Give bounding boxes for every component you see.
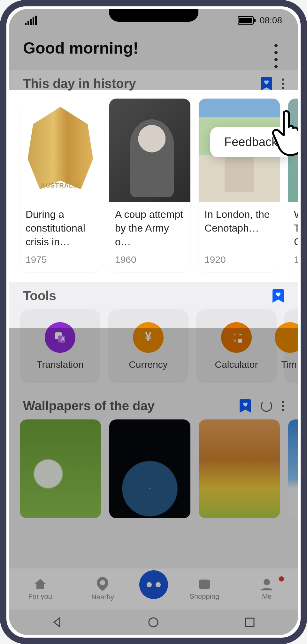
phone-frame: 08:08 Good morning! This day in history — [0, 0, 307, 644]
svg-text:×: × — [233, 337, 237, 344]
calculator-icon: +−× — [221, 322, 252, 353]
history-card-title: W Tl C — [294, 208, 298, 250]
user-icon — [260, 578, 273, 590]
time-icon — [275, 322, 298, 353]
shopping-bag-icon — [198, 578, 211, 590]
wallpaper-card[interactable] — [199, 419, 280, 518]
bookmark-heart-icon[interactable] — [261, 77, 272, 91]
history-card-title: In London, the Cenotaph… — [204, 208, 274, 250]
svg-rect-7 — [254, 19, 256, 22]
tab-center-button[interactable] — [139, 570, 168, 599]
wallpapers-title: Wallpapers of the day — [23, 399, 155, 413]
history-card-year: 1960 — [115, 254, 185, 265]
tab-label: Me — [262, 592, 272, 601]
system-nav-bar — [9, 610, 298, 635]
tab-shopping[interactable]: Shopping — [178, 578, 230, 601]
status-time: 08:08 — [260, 15, 282, 26]
tool-calculator[interactable]: +−× Calculator — [196, 309, 277, 383]
translation-icon: A — [45, 322, 75, 353]
tab-label: For you — [28, 592, 52, 601]
history-card-image — [109, 99, 190, 202]
battery-icon — [238, 16, 256, 25]
svg-point-17 — [264, 579, 270, 585]
svg-rect-1 — [27, 21, 29, 25]
history-card-year: 1920 — [204, 254, 274, 265]
recent-button[interactable] — [243, 615, 257, 629]
wallpapers-more-icon[interactable] — [282, 401, 284, 411]
tools-title: Tools — [23, 289, 56, 303]
app-panel: 08:08 Good morning! This day in history — [9, 9, 298, 635]
wallpapers-header: Wallpapers of the day — [9, 392, 298, 418]
tool-translation[interactable]: A Translation — [20, 309, 100, 383]
greeting-title: Good morning! — [23, 39, 138, 57]
svg-rect-16 — [199, 580, 210, 589]
tool-label: Currency — [129, 359, 168, 370]
history-title: This day in history — [23, 77, 136, 91]
svg-text:A: A — [61, 336, 65, 342]
phone-screen: 08:08 Good morning! This day in history — [9, 9, 298, 635]
svg-rect-19 — [246, 618, 254, 626]
signal-icon — [25, 16, 38, 25]
tab-nearby[interactable]: Nearby — [77, 577, 129, 601]
history-card-year: 18 — [294, 254, 298, 265]
bookmark-heart-icon[interactable] — [272, 289, 284, 303]
tools-header: Tools — [9, 282, 298, 307]
back-button[interactable] — [50, 615, 64, 629]
greeting-header: Good morning! — [9, 31, 298, 70]
currency-icon: ¥ — [133, 322, 164, 353]
tab-label: Nearby — [91, 593, 114, 601]
history-card[interactable]: A coup attempt by the Army o… 1960 — [109, 99, 190, 272]
history-card-year: 1975 — [26, 254, 95, 265]
tools-row[interactable]: A Translation ¥ Currency +−× Calculator — [9, 307, 298, 392]
svg-text:¥: ¥ — [145, 330, 151, 343]
svg-rect-15 — [238, 339, 242, 343]
phone-notch — [109, 9, 198, 22]
tab-me[interactable]: Me — [241, 578, 293, 601]
wallpaper-card[interactable] — [20, 419, 101, 518]
wallpaper-card[interactable] — [288, 419, 298, 518]
hand-pointer-icon — [271, 108, 298, 157]
history-card[interactable]: In London, the Cenotaph… 1920 — [199, 99, 280, 272]
svg-rect-4 — [35, 16, 37, 25]
feedback-label: Feedback — [224, 135, 278, 149]
history-card-title: A coup attempt by the Army o… — [115, 208, 185, 250]
bookmark-heart-icon[interactable] — [240, 399, 251, 413]
notification-dot-icon — [279, 576, 284, 581]
home-button[interactable] — [146, 615, 160, 629]
svg-rect-0 — [25, 23, 27, 25]
tool-label: Tim — [281, 359, 297, 370]
wallpapers-row[interactable] — [9, 418, 298, 531]
svg-rect-2 — [30, 19, 32, 25]
history-carousel[interactable]: During a constitutional crisis in… 1975 … — [9, 95, 298, 274]
history-card-image — [20, 99, 101, 202]
refresh-icon[interactable] — [261, 400, 272, 412]
svg-text:−: − — [239, 331, 242, 337]
svg-rect-6 — [239, 18, 252, 23]
history-section: This day in history During a constitutio… — [9, 70, 298, 282]
bottom-tab-bar: For you Nearby Shopping Me — [9, 568, 298, 610]
tool-label: Translation — [36, 359, 83, 370]
tab-for-you[interactable]: For you — [14, 578, 66, 601]
home-icon — [33, 578, 47, 590]
menu-grid-icon[interactable] — [273, 43, 284, 54]
history-card-title: During a constitutional crisis in… — [26, 208, 95, 250]
svg-point-18 — [149, 618, 158, 627]
svg-text:+: + — [233, 331, 237, 337]
location-icon — [97, 577, 108, 591]
tool-label: Calculator — [215, 359, 258, 370]
tab-label: Shopping — [189, 592, 219, 601]
tool-time[interactable]: Tim — [284, 309, 298, 383]
tool-currency[interactable]: ¥ Currency — [108, 309, 188, 383]
history-card[interactable]: During a constitutional crisis in… 1975 — [20, 99, 101, 272]
history-more-icon[interactable] — [282, 78, 284, 89]
wallpaper-card[interactable] — [109, 419, 190, 518]
svg-rect-3 — [33, 17, 34, 25]
